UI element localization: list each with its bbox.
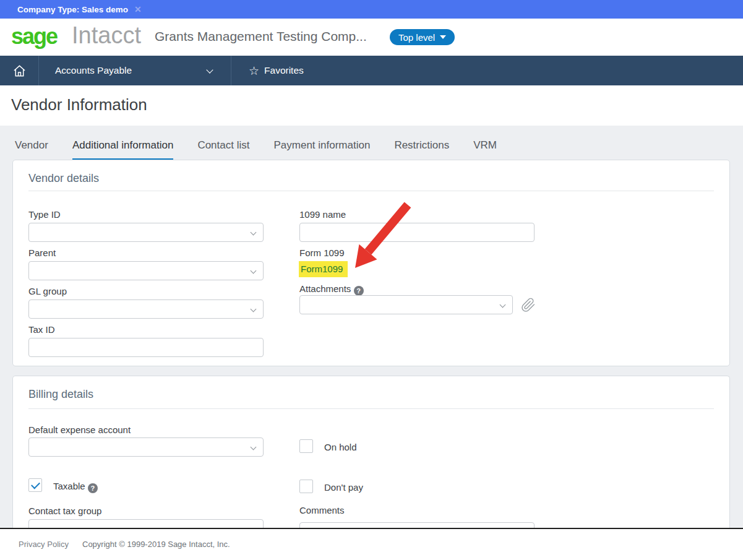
company-type-banner: Company Type: Sales demo ✕: [0, 0, 743, 19]
chevron-down-icon: [251, 306, 257, 312]
paperclip-icon[interactable]: [521, 298, 536, 312]
type-id-label: Type ID: [28, 209, 61, 220]
tab-contact-list[interactable]: Contact list: [197, 139, 249, 161]
tab-vendor[interactable]: Vendor: [15, 139, 48, 161]
on-hold-checkbox[interactable]: [299, 439, 313, 453]
default-expense-account-label: Default expense account: [28, 424, 131, 435]
page-title: Vendor Information: [11, 95, 147, 114]
main-navbar: Accounts Payable ☆ Favorites: [0, 56, 743, 85]
chevron-down-icon: [251, 444, 257, 450]
form-1099-link[interactable]: Form1099: [299, 261, 348, 277]
close-icon[interactable]: ✕: [134, 4, 142, 14]
privacy-policy-link[interactable]: Privacy Policy: [19, 540, 69, 549]
chevron-down-icon: [500, 302, 506, 308]
attachments-label-text: Attachments: [299, 283, 351, 294]
help-icon[interactable]: ?: [354, 286, 364, 296]
chevron-down-icon: [251, 230, 257, 236]
attachments-select[interactable]: [299, 295, 513, 314]
vendor-details-heading: Vendor details: [28, 172, 99, 185]
chevron-down-icon: [251, 268, 257, 274]
home-button[interactable]: [0, 56, 38, 85]
form-1099-label: Form 1099: [299, 248, 345, 258]
favorites-label: Favorites: [264, 65, 304, 76]
company-type-text: Company Type: Sales demo: [17, 5, 128, 14]
dont-pay-checkbox[interactable]: [299, 480, 313, 493]
company-name: Grants Management Testing Comp...: [155, 29, 367, 44]
tab-bar: Vendor Additional information Contact li…: [15, 139, 497, 161]
tax-id-input[interactable]: [28, 338, 264, 357]
gl-group-select[interactable]: [28, 299, 264, 319]
page-footer: Privacy Policy Copyright © 1999-2019 Sag…: [0, 529, 743, 560]
name-1099-label: 1099 name: [299, 209, 346, 220]
type-id-select[interactable]: [28, 223, 264, 242]
home-icon: [12, 64, 27, 78]
intacct-logo: Intacct: [72, 22, 141, 49]
parent-label: Parent: [28, 248, 56, 258]
top-level-entity-button[interactable]: Top level: [390, 29, 455, 45]
attachments-label: Attachments ?: [299, 283, 364, 296]
vendor-details-panel: Vendor details Type ID Parent GL group T…: [12, 160, 730, 366]
caret-down-icon: [440, 35, 446, 39]
tab-additional-information[interactable]: Additional information: [72, 139, 173, 161]
billing-details-panel: Billing details Default expense account …: [12, 376, 730, 528]
section-divider: [28, 191, 714, 191]
tax-id-label: Tax ID: [28, 324, 55, 335]
on-hold-label: On hold: [324, 442, 357, 452]
comments-label: Comments: [299, 505, 345, 515]
chevron-down-icon: [206, 66, 213, 73]
dont-pay-label: Don't pay: [324, 482, 363, 493]
tab-vrm[interactable]: VRM: [473, 139, 497, 161]
name-1099-input[interactable]: [299, 223, 535, 242]
favorites-menu[interactable]: ☆ Favorites: [231, 56, 304, 85]
module-menu-accounts-payable[interactable]: Accounts Payable: [39, 56, 231, 85]
default-expense-account-select[interactable]: [28, 437, 264, 457]
tab-restrictions[interactable]: Restrictions: [394, 139, 449, 161]
taxable-checkbox[interactable]: [28, 478, 42, 492]
tab-payment-information[interactable]: Payment information: [273, 139, 370, 161]
module-label: Accounts Payable: [55, 65, 132, 76]
help-icon[interactable]: ?: [88, 483, 98, 493]
sage-logo: sage: [11, 24, 57, 50]
taxable-label: Taxable ?: [53, 481, 98, 493]
gl-group-label: GL group: [28, 286, 67, 296]
billing-details-heading: Billing details: [28, 388, 93, 401]
page-content: Vendor Additional information Contact li…: [0, 126, 743, 528]
contact-tax-group-label: Contact tax group: [28, 506, 101, 516]
entity-button-label: Top level: [398, 32, 435, 43]
parent-select[interactable]: [28, 261, 264, 280]
contact-tax-group-select[interactable]: [28, 519, 264, 528]
taxable-label-text: Taxable: [53, 481, 85, 491]
section-divider: [28, 408, 714, 409]
star-icon: ☆: [249, 64, 259, 78]
copyright-text: Copyright © 1999-2019 Sage Intacct, Inc.: [82, 540, 230, 549]
comments-textarea[interactable]: [299, 522, 535, 528]
title-strip: Vendor Information: [0, 85, 743, 126]
app-header: sage Intacct Grants Management Testing C…: [0, 19, 743, 56]
